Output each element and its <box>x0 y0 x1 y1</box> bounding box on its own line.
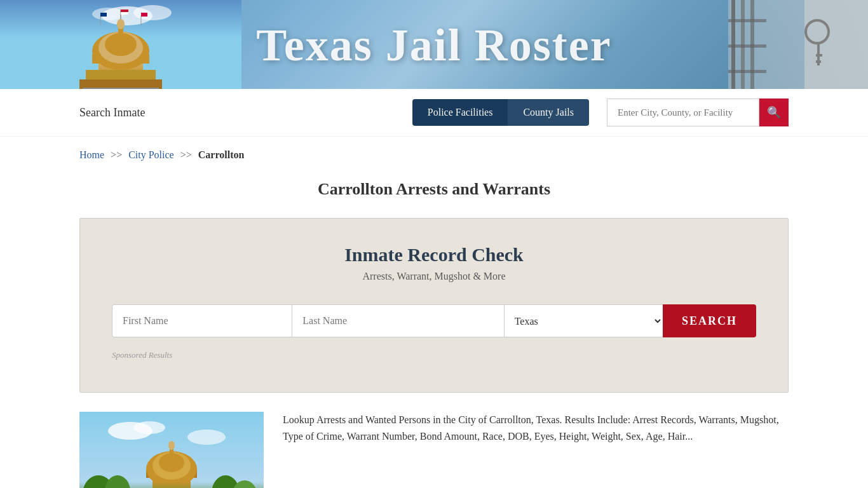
svg-rect-20 <box>100 13 107 17</box>
breadcrumb-city-police[interactable]: City Police <box>128 149 174 160</box>
state-select[interactable]: AlabamaAlaskaArizonaArkansasCaliforniaCo… <box>504 304 663 337</box>
svg-rect-28 <box>816 60 821 63</box>
county-jails-button[interactable]: County Jails <box>508 99 589 126</box>
record-check-box: Inmate Record Check Arrests, Warrant, Mu… <box>79 218 789 393</box>
breadcrumb-current: Carrollton <box>198 149 245 160</box>
svg-rect-18 <box>83 88 159 89</box>
city-image <box>79 412 264 488</box>
last-name-input[interactable] <box>292 304 503 337</box>
svg-rect-14 <box>121 10 128 12</box>
capitol-area <box>0 0 241 89</box>
svg-rect-15 <box>121 12 128 15</box>
police-facilities-button[interactable]: Police Facilities <box>412 99 508 126</box>
svg-rect-22 <box>141 13 147 17</box>
svg-rect-34 <box>728 70 766 73</box>
svg-rect-32 <box>728 19 766 22</box>
city-description: Lookup Arrests and Wanted Persons in the… <box>283 412 789 444</box>
sponsored-label: Sponsored Results <box>112 350 756 360</box>
first-name-input[interactable] <box>112 304 292 337</box>
site-title: Texas Jail Roster <box>256 19 611 72</box>
breadcrumb-separator-1: >> <box>111 149 122 160</box>
breadcrumb-separator-2: >> <box>180 149 192 160</box>
facility-search-button[interactable]: 🔍 <box>759 98 789 126</box>
svg-rect-33 <box>728 44 766 48</box>
search-icon: 🔍 <box>767 105 781 119</box>
svg-point-45 <box>168 441 175 450</box>
svg-point-37 <box>133 421 165 434</box>
city-image-svg <box>79 412 264 488</box>
nav-buttons: Police Facilities County Jails <box>412 99 589 126</box>
record-check-title: Inmate Record Check <box>112 244 756 266</box>
page-title-area: Carrollton Arrests and Warrants <box>0 167 868 218</box>
svg-point-4 <box>92 8 124 20</box>
search-inmate-label: Search Inmate <box>79 106 400 119</box>
inmate-search-form: AlabamaAlaskaArizonaArkansasCaliforniaCo… <box>112 304 756 337</box>
inmate-search-button[interactable]: SEARCH <box>663 304 756 337</box>
keys-svg <box>728 0 868 89</box>
svg-point-3 <box>133 5 172 20</box>
record-check-subtitle: Arrests, Warrant, Mugshot & More <box>112 271 756 282</box>
breadcrumb-home[interactable]: Home <box>79 149 104 160</box>
navbar: Search Inmate Police Facilities County J… <box>0 89 868 137</box>
svg-point-11 <box>117 19 125 29</box>
header-banner: Texas Jail Roster <box>0 0 868 89</box>
facility-search-input[interactable] <box>607 98 759 126</box>
keys-area <box>728 0 868 89</box>
svg-rect-24 <box>804 0 868 89</box>
bottom-content: Lookup Arrests and Wanted Persons in the… <box>0 393 868 488</box>
facility-search-container: 🔍 <box>607 98 789 126</box>
svg-point-38 <box>187 430 226 445</box>
breadcrumb: Home >> City Police >> Carrollton <box>0 137 868 167</box>
page-title: Carrollton Arrests and Warrants <box>0 180 868 199</box>
svg-rect-17 <box>79 79 162 89</box>
capitol-svg <box>0 0 241 89</box>
svg-rect-27 <box>816 54 822 57</box>
